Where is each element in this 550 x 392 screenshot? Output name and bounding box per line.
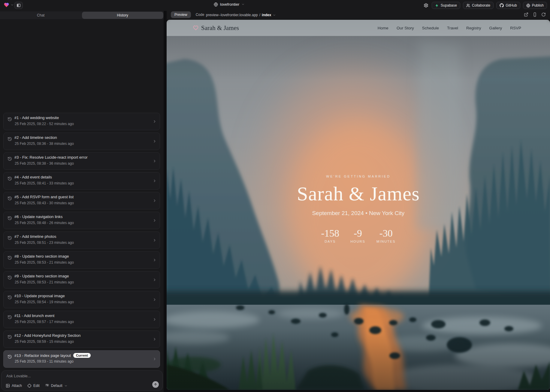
nav-link-registry[interactable]: Registry [466, 26, 481, 30]
history-item[interactable]: #6 - Update navigation links 25 Feb 2025… [3, 212, 160, 229]
tab-chat[interactable]: Chat [0, 11, 82, 19]
toggle-sidebar-button[interactable] [14, 2, 23, 9]
lovable-logo-menu[interactable] [4, 2, 14, 8]
current-badge: Current [73, 353, 91, 358]
chevron-right-icon [153, 317, 157, 322]
countdown-minutes-label: MINUTES [376, 240, 396, 243]
chevron-right-icon [153, 218, 157, 223]
site-header: Sarah & James Home Our Story Schedule Tr… [167, 20, 550, 36]
open-external-icon[interactable] [524, 12, 528, 17]
heart-icon [193, 25, 198, 31]
history-item[interactable]: #3 - Fix: Resolve Lucide-react import er… [3, 152, 160, 170]
attach-button[interactable]: Attach [6, 384, 22, 388]
collaborate-label: Collaborate [472, 3, 490, 7]
nav-link-gallery[interactable]: Gallery [489, 26, 502, 30]
countdown-days: -158 DAYS [321, 228, 340, 243]
image-attach-icon [6, 384, 10, 388]
ask-lovable-input[interactable] [6, 374, 144, 378]
nav-link-schedule[interactable]: Schedule [422, 26, 439, 30]
chevron-down-icon [241, 3, 245, 6]
app-topbar: lovefrontier Supabase Collaborate GitHub… [0, 0, 550, 11]
history-item[interactable]: #1 - Add wedding website 25 Feb 2025, 08… [3, 113, 160, 130]
edit-label: Edit [33, 384, 40, 388]
history-item-time: 25 Feb 2025, 08:57 - 17 minutes ago [15, 320, 74, 324]
nav-link-home[interactable]: Home [378, 26, 388, 30]
chevron-right-icon [153, 357, 157, 361]
history-item[interactable]: #12 - Add Honeyfund Registry Section 25 … [3, 331, 160, 348]
hero-section: WE'RE GETTING MARRIED Sarah & James Sept… [167, 175, 550, 243]
tab-history[interactable]: History [82, 12, 164, 19]
nav-link-rsvp[interactable]: RSVP [510, 26, 521, 30]
history-item-time: 25 Feb 2025, 08:54 - 19 minutes ago [15, 300, 74, 304]
history-item[interactable]: #11 - Add brunch event 25 Feb 2025, 08:5… [3, 311, 160, 328]
history-item[interactable]: #7 - Add timeline photos 25 Feb 2025, 08… [3, 232, 160, 249]
site-nav: Home Our Story Schedule Travel Registry … [378, 26, 521, 30]
hero-eyebrow: WE'RE GETTING MARRIED [167, 175, 550, 178]
history-item-title: #12 - Add Honeyfund Registry Section [14, 333, 80, 338]
mode-label: Default [51, 384, 62, 388]
chevron-down-icon [64, 384, 68, 388]
history-item-title: #10 - Update proposal image [14, 294, 65, 298]
chevron-right-icon [153, 139, 157, 143]
history-item-time: 25 Feb 2025, 08:51 - 23 minutes ago [15, 241, 74, 245]
site-logo-text: Sarah & James [201, 24, 239, 32]
publish-button[interactable]: Publish [523, 2, 547, 9]
preview-url-separator: / [259, 13, 260, 17]
history-item[interactable]: #9 - Update hero section image 25 Feb 20… [3, 271, 160, 289]
countdown: -158 DAYS -9 HOURS -30 MINUTES [167, 228, 550, 243]
history-item[interactable]: #10 - Update proposal image 25 Feb 2025,… [3, 291, 160, 308]
globe-icon [526, 4, 530, 7]
refresh-icon[interactable] [541, 12, 546, 17]
chevron-right-icon [153, 337, 157, 341]
countdown-hours: -9 HOURS [349, 228, 367, 243]
chevron-right-icon [153, 159, 157, 163]
attach-label: Attach [12, 384, 22, 388]
chevron-right-icon [153, 298, 157, 302]
history-icon [8, 157, 12, 161]
history-item-time: 25 Feb 2025, 08:53 - 21 minutes ago [15, 280, 74, 284]
site-logo[interactable]: Sarah & James [193, 24, 239, 32]
history-item-time: 25 Feb 2025, 08:38 - 36 minutes ago [15, 161, 74, 166]
history-icon [8, 196, 12, 201]
gear-icon [424, 3, 428, 8]
history-item-title: #6 - Update navigation links [14, 214, 62, 219]
countdown-days-value: -158 [321, 228, 340, 239]
supabase-button[interactable]: Supabase [432, 2, 460, 9]
chat-history-sidebar: Chat History #1 - Add wedding website 25… [0, 11, 164, 392]
nav-link-our-story[interactable]: Our Story [397, 26, 414, 30]
mode-select[interactable]: Default [45, 384, 68, 388]
collaborate-button[interactable]: Collaborate [463, 2, 494, 9]
sliders-icon [45, 384, 49, 388]
panel-left-icon [17, 3, 21, 7]
settings-button[interactable] [423, 2, 429, 8]
chevron-down-icon [273, 13, 276, 17]
history-icon [8, 315, 12, 319]
github-label: GitHub [506, 3, 517, 7]
history-item-time: 25 Feb 2025, 08:53 - 21 minutes ago [15, 260, 74, 265]
history-item-title: #2 - Add timeline section [14, 135, 57, 140]
history-item[interactable]: #8 - Update hero section image 25 Feb 20… [3, 251, 160, 269]
countdown-minutes: -30 MINUTES [376, 228, 396, 243]
countdown-hours-value: -9 [349, 228, 367, 239]
history-item[interactable]: #2 - Add timeline section 25 Feb 2025, 0… [3, 133, 160, 150]
chevron-right-icon [153, 238, 157, 242]
history-item-title: #4 - Add event details [14, 175, 52, 179]
send-button[interactable] [152, 381, 159, 388]
tab-preview[interactable]: Preview [171, 11, 191, 18]
github-button[interactable]: GitHub [496, 2, 520, 9]
nav-link-travel[interactable]: Travel [447, 26, 458, 30]
history-item-current[interactable]: #13 - Refactor index page layout Current… [3, 350, 160, 368]
preview-url-selector[interactable]: preview--lovefrontier.lovable.app / inde… [206, 13, 276, 17]
history-item-title: #8 - Update hero section image [14, 254, 69, 259]
history-icon [8, 117, 12, 121]
edit-button[interactable]: Edit [27, 384, 40, 388]
tab-code[interactable]: Code [196, 13, 204, 17]
project-selector[interactable]: lovefrontier [214, 2, 245, 7]
history-item-title: #5 - Add RSVP form and guest list [14, 195, 74, 199]
history-item-time: 25 Feb 2025, 09:03 - 11 minutes ago [15, 359, 74, 364]
supabase-label: Supabase [441, 3, 457, 7]
history-item[interactable]: #5 - Add RSVP form and guest list 25 Feb… [3, 192, 160, 209]
mobile-view-icon[interactable] [533, 12, 537, 17]
chevron-right-icon [153, 119, 157, 124]
history-item[interactable]: #4 - Add event details 25 Feb 2025, 08:4… [3, 172, 160, 190]
